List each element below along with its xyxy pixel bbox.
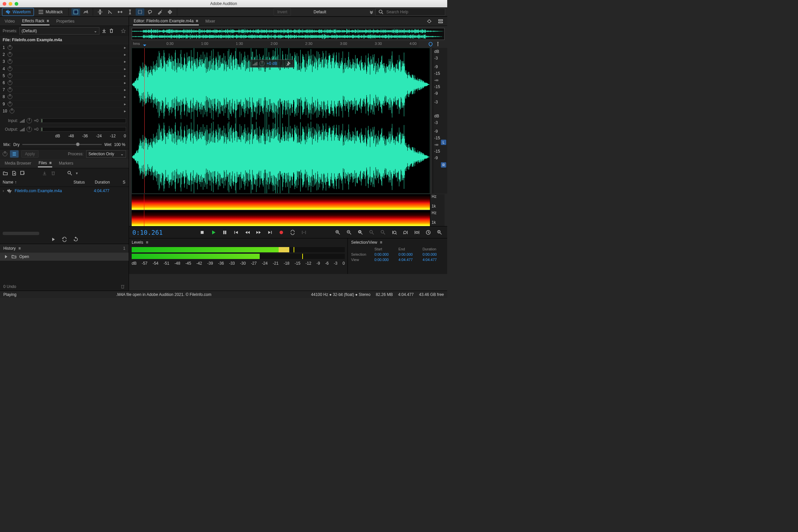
- tab-editor[interactable]: Editor: FileInfo.com Example.m4a ≡: [133, 17, 199, 25]
- history-item[interactable]: Open: [0, 253, 129, 261]
- marquee-tool[interactable]: [136, 8, 144, 16]
- preview-autoplay-icon[interactable]: [73, 237, 78, 242]
- panel-menu-icon[interactable]: ≡: [380, 240, 382, 245]
- minimize-icon[interactable]: [8, 2, 12, 6]
- playhead[interactable]: [144, 48, 145, 193]
- chevron-right-icon[interactable]: ›: [3, 189, 4, 193]
- new-file-icon[interactable]: [11, 171, 17, 176]
- power-icon[interactable]: [8, 94, 12, 99]
- fx-slot[interactable]: 8▸: [0, 93, 129, 100]
- lasso-tool[interactable]: [146, 8, 154, 16]
- zoom-range-icon[interactable]: [413, 229, 421, 236]
- channel-left[interactable]: +0 dB: [132, 48, 430, 121]
- timecode[interactable]: 0:10.261: [132, 229, 163, 236]
- power-icon[interactable]: [8, 59, 12, 64]
- mode-waveform-button[interactable]: Waveform: [2, 8, 34, 16]
- preview-loop-icon[interactable]: [62, 237, 67, 242]
- power-icon[interactable]: [8, 80, 12, 85]
- fx-slot[interactable]: 3▸: [0, 58, 129, 65]
- sel-start[interactable]: 0:00.000: [374, 252, 396, 256]
- razor-tool[interactable]: [106, 8, 114, 16]
- zoom-out-point-icon[interactable]: [401, 229, 410, 236]
- apply-button[interactable]: Apply: [21, 150, 39, 158]
- rack-power-icon[interactable]: [3, 152, 7, 156]
- insert-icon[interactable]: [42, 171, 47, 176]
- close-icon[interactable]: [3, 2, 6, 6]
- chevron-right-icon[interactable]: ▸: [124, 45, 126, 50]
- power-icon[interactable]: [8, 88, 12, 92]
- mode-multitrack-button[interactable]: Multitrack: [35, 8, 65, 16]
- power-icon[interactable]: [10, 109, 14, 113]
- tab-markers[interactable]: Markers: [58, 159, 74, 167]
- trash-icon[interactable]: [120, 284, 125, 289]
- panel-menu-icon[interactable]: ≡: [146, 240, 148, 245]
- skip-start-button[interactable]: [232, 229, 241, 236]
- maximize-icon[interactable]: [15, 2, 18, 6]
- move-tool[interactable]: [96, 8, 104, 16]
- preview-play-icon[interactable]: [51, 237, 56, 242]
- tab-video[interactable]: Video: [4, 18, 15, 25]
- skip-end-button[interactable]: [266, 229, 274, 236]
- presets-dropdown[interactable]: (Default)⌄: [19, 27, 99, 35]
- tab-properties[interactable]: Properties: [56, 18, 75, 25]
- pin-icon[interactable]: [435, 41, 440, 47]
- channel-r-badge[interactable]: R: [441, 162, 446, 168]
- pause-button[interactable]: [221, 229, 229, 236]
- output-gain-dial[interactable]: [26, 127, 32, 132]
- input-gain-dial[interactable]: [26, 118, 32, 124]
- mix-slider[interactable]: [22, 144, 102, 145]
- zoom-time-icon[interactable]: [424, 229, 433, 236]
- trash-icon[interactable]: [51, 171, 56, 176]
- zoom-sel-icon[interactable]: [379, 229, 387, 236]
- files-columns[interactable]: Name ↑ Status Duration S: [0, 178, 129, 187]
- file-row[interactable]: › FileInfo.com Example.m4a 4:04.477: [0, 187, 129, 195]
- fx-slot[interactable]: 6▸: [0, 79, 129, 86]
- power-icon[interactable]: [8, 74, 12, 78]
- process-dropdown[interactable]: Selection Only⌄: [86, 150, 126, 158]
- power-icon[interactable]: [8, 66, 12, 71]
- sel-end[interactable]: 0:00.000: [398, 252, 420, 256]
- sel-dur[interactable]: 0:00.000: [423, 252, 444, 256]
- waveform-display[interactable]: +0 dB: [132, 48, 430, 193]
- zoom-vert-icon[interactable]: [435, 229, 444, 236]
- fx-slot[interactable]: 1▸: [0, 44, 129, 51]
- forward-button[interactable]: [254, 229, 263, 236]
- time-ruler[interactable]: hms 0:30 1:00 1:30 2:00 2:30 3:00 3:30 4…: [132, 41, 419, 48]
- pin-icon[interactable]: [428, 41, 433, 47]
- zoom-in-icon[interactable]: [334, 229, 342, 236]
- fx-slot[interactable]: 7▸: [0, 86, 129, 93]
- invert-button[interactable]: Invert: [274, 8, 291, 16]
- tab-files[interactable]: Files ≡: [38, 159, 52, 167]
- brush-tool[interactable]: [156, 8, 164, 16]
- play-button[interactable]: [209, 229, 218, 236]
- search-input[interactable]: [386, 9, 442, 15]
- open-file-icon[interactable]: [3, 171, 8, 176]
- tab-media-browser[interactable]: Media Browser: [4, 159, 32, 167]
- files-scrollbar[interactable]: [3, 232, 39, 235]
- rewind-button[interactable]: [243, 229, 252, 236]
- panel-menu-icon[interactable]: ≡: [18, 246, 21, 251]
- view-start[interactable]: 0:00.000: [374, 258, 396, 262]
- fx-slot[interactable]: 2▸: [0, 51, 129, 58]
- time-selection-tool[interactable]: [126, 8, 134, 16]
- zoom-out-icon[interactable]: [345, 229, 354, 236]
- search-help[interactable]: [375, 8, 445, 16]
- power-icon[interactable]: [8, 45, 12, 50]
- fx-slot[interactable]: 4▸: [0, 65, 129, 72]
- window-controls[interactable]: [3, 2, 18, 6]
- loop-button[interactable]: [288, 229, 297, 236]
- view-dur[interactable]: 4:04.477: [423, 258, 444, 262]
- power-icon[interactable]: [8, 102, 12, 107]
- fx-slot[interactable]: 10▸: [0, 108, 129, 114]
- view-end[interactable]: 4:04.477: [398, 258, 420, 262]
- delete-preset-icon[interactable]: [109, 28, 114, 34]
- tab-effects-rack[interactable]: Effects Rack ≡: [21, 17, 50, 25]
- slip-tool[interactable]: [116, 8, 125, 16]
- zoom-in-point-icon[interactable]: [390, 229, 399, 236]
- fx-slot[interactable]: 5▸: [0, 72, 129, 79]
- overview-waveform[interactable]: [132, 28, 444, 40]
- fx-slot[interactable]: 9▸: [0, 100, 129, 108]
- zoom-sel-icon[interactable]: [367, 229, 376, 236]
- rack-list-icon[interactable]: [10, 150, 19, 158]
- workspace-label[interactable]: Default: [314, 10, 326, 14]
